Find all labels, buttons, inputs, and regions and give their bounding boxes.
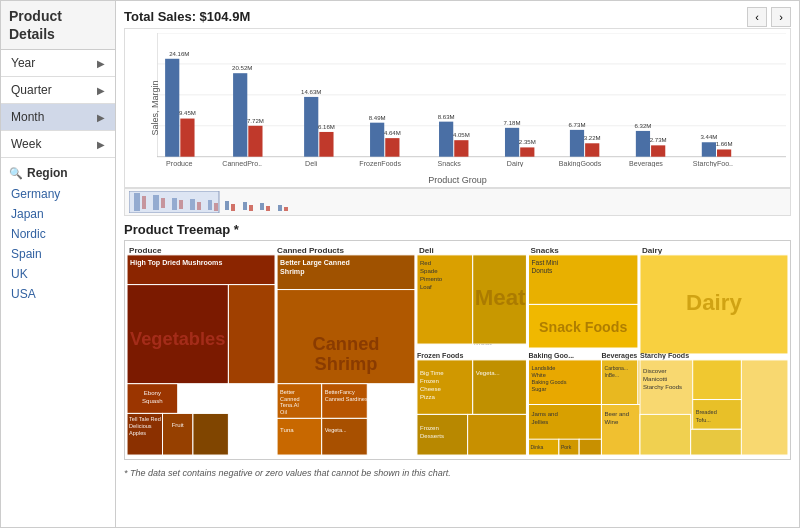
region-japan[interactable]: Japan bbox=[1, 204, 115, 224]
svg-rect-170 bbox=[640, 414, 691, 455]
svg-text:Pizza: Pizza bbox=[420, 394, 436, 400]
svg-text:Starchy Foods: Starchy Foods bbox=[643, 384, 682, 390]
filter-year[interactable]: Year ▶ bbox=[1, 50, 115, 77]
svg-text:9.45M: 9.45M bbox=[179, 109, 196, 116]
svg-text:Jams and: Jams and bbox=[532, 411, 558, 417]
svg-text:Canned Products: Canned Products bbox=[277, 246, 345, 255]
svg-rect-29 bbox=[454, 140, 468, 156]
svg-text:Beer and: Beer and bbox=[604, 411, 629, 417]
chart-title: Total Sales: $104.9M bbox=[124, 9, 250, 24]
svg-text:FrozenFoods: FrozenFoods bbox=[359, 160, 401, 167]
svg-text:4.05M: 4.05M bbox=[453, 131, 470, 138]
svg-text:Dinka: Dinka bbox=[530, 444, 543, 450]
svg-text:20.52M: 20.52M bbox=[232, 64, 252, 71]
svg-text:7.72M: 7.72M bbox=[247, 117, 264, 124]
svg-text:Snack Foods: Snack Foods bbox=[539, 319, 627, 335]
region-germany[interactable]: Germany bbox=[1, 184, 115, 204]
svg-rect-166 bbox=[693, 360, 742, 400]
svg-text:Fruit: Fruit bbox=[172, 422, 184, 428]
svg-rect-84 bbox=[228, 285, 275, 384]
svg-text:Beverages: Beverages bbox=[601, 352, 637, 360]
svg-text:Donuts: Donuts bbox=[532, 267, 554, 274]
svg-rect-66 bbox=[249, 205, 253, 211]
svg-text:3.44M: 3.44M bbox=[700, 133, 717, 140]
svg-text:Breaded: Breaded bbox=[696, 409, 717, 415]
svg-rect-155 bbox=[579, 439, 601, 455]
svg-text:Vegetables: Vegetables bbox=[130, 329, 225, 349]
svg-rect-18 bbox=[304, 97, 318, 157]
region-spain[interactable]: Spain bbox=[1, 244, 115, 264]
svg-rect-9 bbox=[180, 119, 194, 157]
svg-rect-106 bbox=[277, 418, 322, 455]
svg-text:Big Time: Big Time bbox=[420, 370, 444, 376]
svg-rect-19 bbox=[319, 132, 333, 157]
svg-text:Sugar: Sugar bbox=[532, 386, 547, 392]
svg-rect-63 bbox=[225, 201, 229, 210]
svg-text:Pork: Pork bbox=[561, 444, 572, 450]
svg-text:InBe...: InBe... bbox=[604, 372, 619, 378]
svg-text:Landslide: Landslide bbox=[532, 365, 556, 371]
svg-text:Meat: Meat bbox=[475, 286, 526, 311]
y-axis-label: Sales, Margin bbox=[150, 80, 160, 135]
svg-text:Fast Mini: Fast Mini bbox=[532, 259, 559, 266]
filter-month[interactable]: Month ▶ bbox=[1, 104, 115, 131]
svg-text:2.35M: 2.35M bbox=[519, 138, 536, 145]
svg-text:24.16M: 24.16M bbox=[169, 50, 189, 57]
svg-text:Oil: Oil bbox=[280, 409, 287, 415]
svg-text:Tena.Al: Tena.Al bbox=[280, 403, 299, 409]
svg-rect-8 bbox=[165, 59, 179, 157]
svg-rect-44 bbox=[651, 145, 665, 156]
page-title: Product Details bbox=[9, 8, 62, 42]
svg-rect-33 bbox=[505, 128, 519, 157]
svg-rect-171 bbox=[691, 429, 742, 455]
time-filter-nav: Year ▶ Quarter ▶ Month ▶ Week ▶ bbox=[1, 50, 115, 158]
svg-text:7.18M: 7.18M bbox=[504, 119, 521, 126]
svg-rect-91 bbox=[193, 413, 228, 455]
search-icon: 🔍 bbox=[9, 167, 23, 180]
next-button[interactable]: › bbox=[771, 7, 791, 27]
svg-text:Cheese: Cheese bbox=[420, 386, 442, 392]
svg-text:6.73M: 6.73M bbox=[569, 121, 586, 128]
svg-text:3.22M: 3.22M bbox=[584, 134, 601, 141]
svg-text:Tofu...: Tofu... bbox=[696, 417, 712, 423]
svg-text:BakingGoods: BakingGoods bbox=[559, 160, 602, 167]
svg-text:Frozen Foods: Frozen Foods bbox=[417, 352, 464, 359]
svg-text:Beverages: Beverages bbox=[629, 160, 663, 167]
region-uk[interactable]: UK bbox=[1, 264, 115, 284]
svg-rect-89 bbox=[163, 413, 193, 455]
svg-rect-67 bbox=[260, 203, 264, 210]
svg-rect-65 bbox=[243, 202, 247, 210]
x-axis-label: Product Group bbox=[428, 175, 487, 185]
treemap-title: Product Treemap * bbox=[124, 222, 239, 237]
filter-quarter[interactable]: Quarter ▶ bbox=[1, 77, 115, 104]
treemap: Produce Canned Products Deli Snacks Dair… bbox=[124, 240, 791, 460]
svg-text:Dairy: Dairy bbox=[686, 291, 743, 316]
svg-rect-39 bbox=[585, 143, 599, 156]
svg-text:14.63M: 14.63M bbox=[301, 88, 321, 95]
svg-text:2.73M: 2.73M bbox=[650, 136, 667, 143]
svg-text:High Top Dried Mushrooms: High Top Dried Mushrooms bbox=[130, 259, 222, 267]
svg-text:Vegeta...: Vegeta... bbox=[325, 427, 347, 433]
svg-text:Produce: Produce bbox=[166, 160, 192, 167]
svg-text:Shrimp: Shrimp bbox=[280, 268, 304, 276]
svg-rect-48 bbox=[702, 142, 716, 156]
svg-text:Pimento: Pimento bbox=[420, 276, 443, 282]
region-nordic[interactable]: Nordic bbox=[1, 224, 115, 244]
region-usa[interactable]: USA bbox=[1, 284, 115, 304]
mini-chart-svg bbox=[129, 191, 786, 213]
filter-week[interactable]: Week ▶ bbox=[1, 131, 115, 158]
svg-text:Canned: Canned bbox=[280, 396, 299, 402]
svg-rect-124 bbox=[473, 360, 527, 415]
svg-text:1.66M: 1.66M bbox=[716, 140, 733, 147]
svg-text:Dairy: Dairy bbox=[507, 160, 524, 167]
svg-text:Better: Better bbox=[280, 389, 295, 395]
svg-text:Delicious: Delicious bbox=[129, 423, 152, 429]
svg-text:Baking Goo...: Baking Goo... bbox=[528, 352, 574, 360]
mini-chart[interactable] bbox=[124, 188, 791, 216]
prev-button[interactable]: ‹ bbox=[747, 7, 767, 27]
svg-text:Ebony: Ebony bbox=[144, 390, 161, 396]
svg-rect-129 bbox=[468, 414, 527, 455]
svg-text:Dairy: Dairy bbox=[642, 246, 663, 255]
svg-text:8.63M: 8.63M bbox=[438, 113, 455, 120]
svg-rect-64 bbox=[231, 204, 235, 211]
